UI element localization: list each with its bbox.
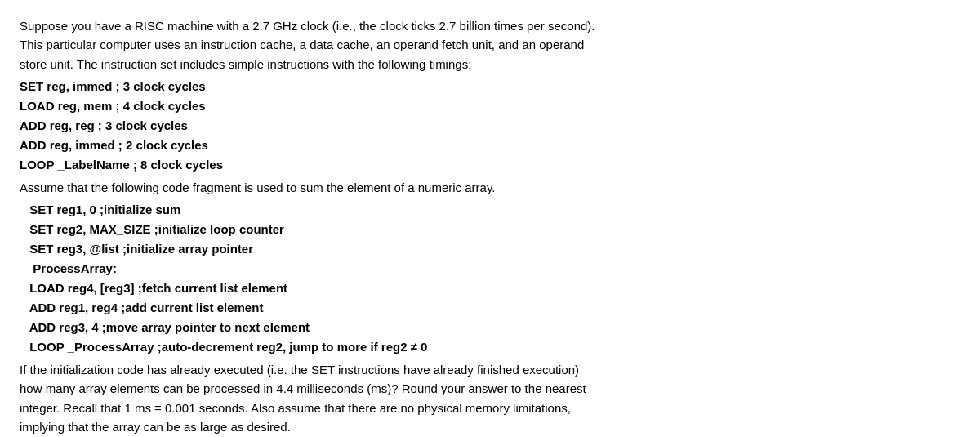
intro-line3: store unit. The instruction set includes… [20,57,471,71]
closing-line1: If the initialization code has already e… [20,363,579,377]
code-set-reg2: SET reg2, MAX_SIZE ;initialize loop coun… [26,220,959,239]
intro-paragraph: Suppose you have a RISC machine with a 2… [20,16,959,74]
code-set-reg1: SET reg1, 0 ;initialize sum [26,200,959,220]
instruction-list: SET reg, immed ; 3 clock cycles LOAD reg… [20,77,959,175]
intro-line2: This particular computer uses an instruc… [20,38,584,51]
closing-line4: implying that the array can be as large … [20,420,291,434]
intro-line1: Suppose you have a RISC machine with a 2… [20,19,595,33]
assume-text: Assume that the following code fragment … [20,178,959,197]
code-block: SET reg1, 0 ;initialize sum SET reg2, MA… [26,200,959,357]
code-add-reg1: ADD reg1, reg4 ;add current list element [26,298,959,318]
closing-line2: how many array elements can be processed… [20,381,586,395]
closing-paragraph: If the initialization code has already e… [20,360,959,436]
closing-line3: integer. Recall that 1 ms = 0.001 second… [20,401,571,415]
instruction-loop: LOOP _LabelName ; 8 clock cycles [20,155,959,175]
instruction-set: SET reg, immed ; 3 clock cycles [20,77,959,96]
code-add-reg3: ADD reg3, 4 ;move array pointer to next … [26,318,959,337]
instruction-load: LOAD reg, mem ; 4 clock cycles [20,96,959,116]
main-content: Suppose you have a RISC machine with a 2… [20,16,959,436]
instruction-add-immed: ADD reg, immed ; 2 clock cycles [20,136,959,155]
code-loop: LOOP _ProcessArray ;auto-decrement reg2,… [26,337,959,357]
code-load-reg4: LOAD reg4, [reg3] ;fetch current list el… [26,279,959,298]
code-process-array-label: _ProcessArray: [26,259,959,279]
instruction-add-reg: ADD reg, reg ; 3 clock cycles [20,116,959,136]
code-set-reg3: SET reg3, @list ;initialize array pointe… [26,239,959,259]
